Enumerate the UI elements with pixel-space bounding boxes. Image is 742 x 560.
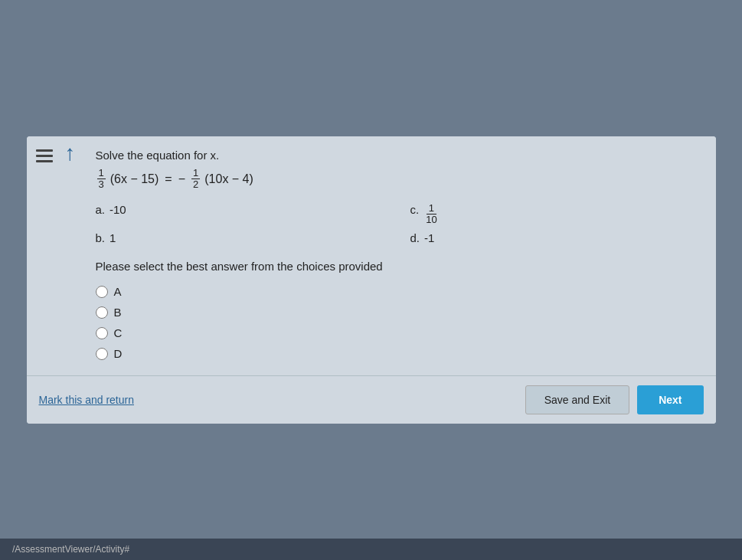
answer-options: a. -10 c. 1 10 b. 1 d. [96, 203, 695, 245]
radio-d[interactable] [96, 348, 108, 360]
radio-option-b[interactable]: B [96, 306, 695, 319]
up-arrow-button[interactable]: ↑ [65, 142, 76, 164]
question-content: Solve the equation for x. 1 3 (6x − 15) … [83, 144, 707, 375]
next-button[interactable]: Next [637, 385, 703, 414]
radio-c[interactable] [96, 327, 108, 339]
option-d: d. -1 [410, 231, 695, 244]
bottom-buttons: Save and Exit Next [525, 385, 704, 414]
mark-return-link[interactable]: Mark this and return [39, 394, 135, 406]
radio-group: A B C D [96, 285, 695, 360]
radio-option-d[interactable]: D [96, 347, 695, 360]
option-b: b. 1 [96, 231, 380, 244]
selection-prompt: Please select the best answer from the c… [96, 260, 695, 273]
question-instruction: Solve the equation for x. [96, 149, 695, 162]
radio-option-a[interactable]: A [96, 285, 695, 298]
quiz-container: ↑ Solve the equation for x. 1 3 (6x − 15… [27, 136, 716, 424]
url-bar: /AssessmentViewer/Activity# [6, 541, 736, 558]
save-exit-button[interactable]: Save and Exit [525, 385, 629, 414]
left-fraction: 1 3 [97, 168, 106, 191]
radio-option-c[interactable]: C [96, 326, 695, 339]
radio-b[interactable] [96, 306, 108, 319]
equals-sign: = [165, 172, 172, 186]
menu-icon[interactable] [36, 147, 57, 165]
option-c: c. 1 10 [410, 203, 695, 226]
left-expr: (6x − 15) [110, 172, 159, 186]
radio-a[interactable] [96, 286, 108, 298]
bottom-bar: Mark this and return Save and Exit Next [27, 376, 716, 424]
minus-sign: − [178, 172, 185, 186]
equation: 1 3 (6x − 15) = − 1 2 (10x − 4) [96, 168, 695, 191]
right-expr: (10x − 4) [204, 172, 253, 186]
option-a: a. -10 [96, 203, 380, 226]
right-fraction: 1 2 [191, 168, 200, 191]
top-bar: ↑ Solve the equation for x. 1 3 (6x − 15… [27, 136, 716, 375]
fraction-c: 1 10 [423, 203, 439, 226]
